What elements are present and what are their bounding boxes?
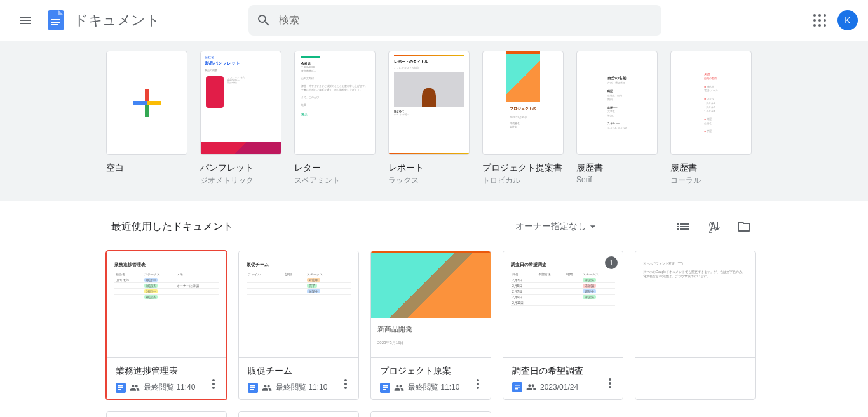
- document-card[interactable]: Googleドキュメントを複数で編集する（TT）Googleドキュメント、複数で…: [106, 411, 227, 417]
- template-subtitle: Serif: [576, 175, 658, 184]
- svg-rect-17: [250, 389, 254, 390]
- template-subtitle: スペアミント: [294, 175, 376, 186]
- documents-grid: 業務進捗管理表 担当者ステータスメモ山田 太郎検討中確認済オーナーに確認対応中確…: [106, 251, 762, 417]
- search-bar[interactable]: [248, 5, 661, 36]
- template-subtitle: ラックス: [388, 175, 470, 186]
- document-more-button[interactable]: [470, 376, 485, 392]
- svg-rect-12: [118, 387, 123, 388]
- template-subtitle: コーラル: [670, 175, 752, 186]
- thumb-text: 自分の名前: [607, 76, 627, 82]
- template-report[interactable]: レポートのタイトルここにテキストを挿入はじめにレポートの内容... レポート ラ…: [388, 51, 470, 186]
- thumb-text: 2023年3月15日: [371, 340, 491, 346]
- template-name: パンフレット: [200, 162, 281, 174]
- folder-icon: [736, 219, 752, 234]
- thumb-text: ここにテキストを挿入: [394, 66, 464, 69]
- svg-rect-15: [250, 385, 255, 387]
- svg-rect-1: [51, 19, 60, 20]
- docs-file-icon: [512, 382, 522, 392]
- svg-rect-23: [515, 385, 520, 386]
- menu-icon: [18, 13, 33, 28]
- thumb-text: 業務進捗管理表: [114, 261, 219, 268]
- document-more-button[interactable]: [338, 376, 353, 392]
- document-card[interactable]: 業務進捗管理表 担当者ステータスメモ山田 太郎検討中確認済オーナーに確認対応中確…: [106, 251, 227, 400]
- document-thumbnail: スマホでフォント変更（TT）スマホのGoogleドキュメントでも変更できます。が…: [635, 251, 755, 358]
- svg-rect-3: [51, 24, 58, 25]
- apps-icon: [813, 14, 826, 27]
- sort-button[interactable]: AZ: [701, 214, 726, 239]
- template-name: 履歴書: [670, 162, 752, 174]
- svg-rect-25: [515, 388, 518, 390]
- shared-icon: [262, 383, 272, 393]
- document-card[interactable]: 販促チーム ファイル説明ステータス対応中完了確認中 販促チーム 最終閲覧 11:…: [238, 251, 359, 400]
- list-icon: [675, 219, 691, 234]
- templates-section: 空白 会社名製品パンフレット製品の概要ここにテキストを入製品の説明.....製品…: [0, 41, 868, 201]
- thumb-text: 自分の名前: [704, 77, 717, 81]
- list-view-button[interactable]: [670, 214, 696, 239]
- chevron-down-icon: [587, 220, 599, 233]
- document-name: プロジェクト原案: [380, 366, 482, 377]
- template-name: 履歴書: [576, 162, 658, 174]
- template-resume-serif[interactable]: 自分の名前住所・電話番号職歴 ━━━会社名 | 役職期間...学歴 ━━━大学名…: [576, 51, 658, 186]
- more-vert-icon: [602, 376, 618, 391]
- svg-rect-20: [383, 387, 388, 388]
- app-title: ドキュメント: [74, 11, 159, 30]
- document-card[interactable]: 1 調査日の希望調査 日付希望者名時間ステータス2月3日確認済2月5日未確認2月…: [503, 251, 623, 400]
- thumb-text: プロジェクト名: [506, 102, 540, 116]
- documents-header: 最近使用したドキュメント オーナー指定なし AZ: [106, 214, 762, 239]
- document-thumbnail: 編集履歴を確認するGoogleドキュメントでは、履歴から過去バージョンに戻ること…: [239, 412, 358, 417]
- docs-file-icon: [116, 383, 126, 393]
- search-icon: [248, 5, 279, 36]
- open-file-picker-button[interactable]: [731, 214, 757, 239]
- document-card[interactable]: スマホでフォント変更（TT）スマホのGoogleドキュメントでも変更できます。が…: [635, 251, 756, 400]
- google-apps-button[interactable]: [807, 8, 832, 33]
- document-thumbnail: ABC: [371, 412, 491, 417]
- template-subtitle: ジオメトリック: [200, 175, 281, 186]
- thumb-text: 新商品開発: [371, 318, 491, 340]
- document-thumbnail: Googleドキュメントを複数で編集する（TT）Googleドキュメント、複数で…: [107, 412, 226, 417]
- docs-file-icon: [248, 383, 258, 393]
- document-thumbnail: 業務進捗管理表 担当者ステータスメモ山田 太郎検討中確認済オーナーに確認対応中確…: [107, 251, 226, 358]
- document-card[interactable]: ABC: [370, 411, 491, 417]
- svg-text:Z: Z: [709, 227, 712, 234]
- account-avatar[interactable]: K: [837, 10, 858, 30]
- document-more-button[interactable]: [206, 376, 221, 392]
- thumb-text: レポートのタイトル: [394, 59, 464, 65]
- thumb-text: 会社名: [205, 55, 277, 59]
- document-more-button[interactable]: [602, 376, 618, 391]
- owner-filter-dropdown[interactable]: オーナー指定なし: [508, 215, 607, 238]
- document-meta: 最終閲覧 11:10: [408, 382, 459, 393]
- thumb-text: 調査日の希望調査: [511, 261, 615, 268]
- docs-logo[interactable]: [43, 8, 69, 33]
- more-vert-icon: [206, 376, 221, 392]
- svg-rect-16: [250, 387, 255, 388]
- svg-rect-24: [515, 387, 520, 388]
- template-letter[interactable]: 会社名〒000-0000東京都港区...山田太郎様拝啓 時下ますますご清栄のこと…: [294, 51, 376, 186]
- template-name: 空白: [106, 162, 187, 174]
- template-pamphlet[interactable]: 会社名製品パンフレット製品の概要ここにテキストを入製品の説明.....製品の特長…: [200, 51, 281, 186]
- template-project-proposal[interactable]: プロジェクト名2023年3月15日作成者名会社名 プロジェクト提案書 トロピカル: [482, 51, 564, 186]
- thumb-text: 製品パンフレット: [205, 60, 277, 67]
- document-name: 調査日の希望調査: [512, 366, 614, 377]
- templates-row: 空白 会社名製品パンフレット製品の概要ここにテキストを入製品の説明.....製品…: [106, 51, 762, 186]
- template-name: レター: [294, 162, 376, 174]
- template-resume-coral[interactable]: 名前自分の名前■ 連絡先電話/メール■ スキル• スキル1• スキル2• スキル…: [670, 51, 752, 186]
- document-meta: 2023/01/24: [540, 383, 578, 392]
- docs-file-icon: [380, 383, 390, 393]
- docs-logo-icon: [44, 9, 67, 32]
- svg-rect-19: [383, 385, 388, 387]
- svg-rect-7: [147, 101, 161, 105]
- document-card[interactable]: 新商品開発 2023年3月15日 プロジェクト原案 最終閲覧 11:10: [370, 251, 491, 400]
- main-menu-button[interactable]: [10, 5, 41, 36]
- template-name: レポート: [388, 162, 470, 174]
- shared-icon: [394, 383, 404, 393]
- owner-filter-label: オーナー指定なし: [515, 221, 587, 232]
- template-blank[interactable]: 空白: [106, 51, 187, 186]
- search-input[interactable]: [279, 15, 661, 26]
- document-card[interactable]: 編集履歴を確認するGoogleドキュメントでは、履歴から過去バージョンに戻ること…: [238, 411, 359, 417]
- template-name: プロジェクト提案書: [482, 162, 564, 174]
- svg-rect-21: [383, 389, 386, 390]
- svg-rect-11: [118, 385, 123, 387]
- shared-icon: [526, 382, 536, 392]
- sort-az-icon: AZ: [706, 219, 721, 234]
- template-subtitle: トロピカル: [482, 175, 564, 186]
